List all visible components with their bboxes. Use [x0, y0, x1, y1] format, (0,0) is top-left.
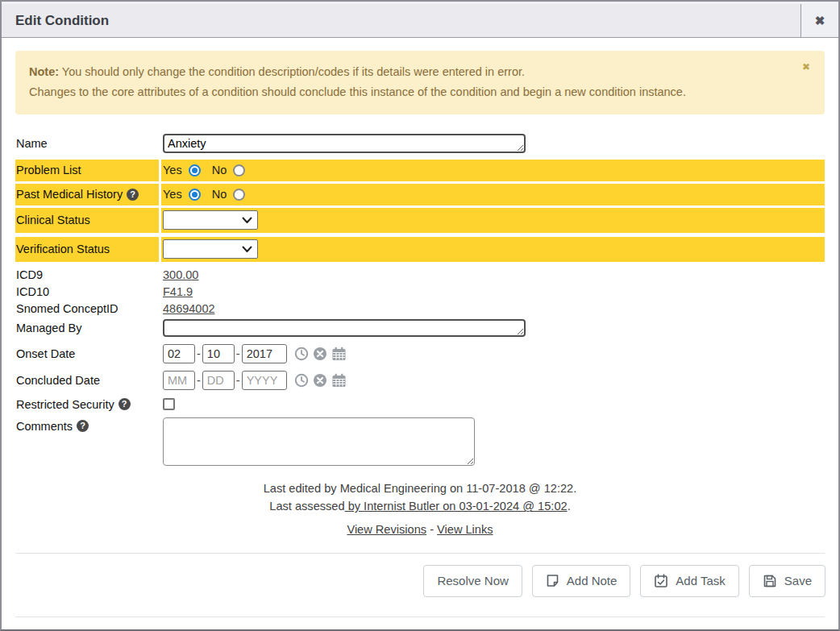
- help-icon[interactable]: ?: [77, 420, 89, 432]
- comments-textarea[interactable]: [163, 417, 475, 466]
- resolve-now-button[interactable]: Resolve Now: [423, 565, 522, 597]
- note-line-1: Note: You should only change the conditi…: [29, 62, 792, 82]
- verification-status-select[interactable]: [163, 239, 258, 259]
- calendar-icon[interactable]: [331, 373, 347, 388]
- managed-by-label: Managed By: [15, 320, 159, 336]
- past-medical-history-label: Past Medical History: [16, 188, 123, 201]
- managed-by-input[interactable]: [163, 319, 526, 337]
- task-calendar-icon: [654, 574, 668, 588]
- view-links-link[interactable]: View Links: [437, 523, 493, 536]
- clear-date-icon[interactable]: [313, 373, 327, 388]
- comments-label: Comments: [16, 420, 73, 433]
- concluded-month-input[interactable]: [163, 371, 195, 390]
- clock-icon[interactable]: [294, 373, 309, 388]
- icd10-label: ICD10: [15, 284, 159, 300]
- last-edited-text: Last edited by Medical Engineering on 11…: [15, 479, 825, 498]
- clear-date-icon[interactable]: [313, 347, 327, 361]
- save-button[interactable]: Save: [749, 565, 825, 597]
- dialog-close-button[interactable]: ✖: [800, 4, 838, 37]
- clinical-status-select[interactable]: [163, 210, 258, 230]
- verification-status-label: Verification Status: [15, 237, 159, 262]
- onset-month-input[interactable]: [163, 344, 195, 363]
- concluded-date-label: Concluded Date: [15, 372, 159, 388]
- problem-list-label: Problem List: [15, 160, 159, 181]
- restricted-security-label: Restricted Security: [16, 398, 114, 411]
- help-icon[interactable]: ?: [127, 189, 139, 201]
- add-note-button[interactable]: Add Note: [532, 565, 631, 597]
- view-revisions-link[interactable]: View Revisions: [347, 523, 426, 536]
- snomed-code-link[interactable]: 48694002: [163, 302, 215, 315]
- name-label: Name: [15, 135, 159, 152]
- problem-list-yes-label: Yes: [163, 164, 182, 176]
- last-assessed-text: Last assessed by Internist Butler on 03-…: [15, 497, 825, 516]
- onset-day-input[interactable]: [202, 344, 235, 363]
- footer-space: [2, 617, 838, 629]
- icd9-label: ICD9: [15, 267, 159, 283]
- note-icon: [546, 574, 559, 587]
- save-icon: [763, 574, 777, 588]
- note-prefix: Note:: [29, 65, 59, 78]
- dialog-header: Edit Condition ✖: [2, 2, 838, 38]
- problem-list-yes-radio[interactable]: [189, 164, 201, 176]
- audit-info: Last edited by Medical Engineering on 11…: [15, 479, 825, 539]
- note-close-icon[interactable]: ✖: [802, 62, 810, 72]
- action-bar: Resolve Now Add Note Add Task Save: [2, 554, 838, 616]
- warning-note-banner: ✖ Note: You should only change the condi…: [15, 51, 825, 114]
- icd9-code-link[interactable]: 300.00: [163, 268, 198, 281]
- dialog-body: ✖ Note: You should only change the condi…: [2, 38, 838, 539]
- dialog-title: Edit Condition: [2, 13, 800, 29]
- concluded-day-input[interactable]: [202, 371, 235, 390]
- pmh-no-label: No: [212, 188, 227, 201]
- chevron-down-icon: [242, 246, 252, 253]
- edit-condition-dialog: Edit Condition ✖ ✖ Note: You should only…: [0, 0, 840, 631]
- clock-icon[interactable]: [294, 347, 309, 361]
- pmh-yes-radio[interactable]: [189, 189, 201, 201]
- close-icon: ✖: [815, 14, 825, 28]
- calendar-icon[interactable]: [331, 347, 347, 361]
- onset-date-label: Onset Date: [15, 346, 159, 362]
- pmh-yes-label: Yes: [163, 188, 182, 201]
- problem-list-no-radio[interactable]: [233, 164, 245, 176]
- icd10-code-link[interactable]: F41.9: [163, 285, 193, 298]
- note-line-2: Changes to the core attributes of a cond…: [29, 82, 792, 102]
- clinical-status-label: Clinical Status: [15, 208, 159, 233]
- problem-list-no-label: No: [212, 164, 227, 176]
- name-input[interactable]: Anxiety: [163, 134, 526, 153]
- add-task-button[interactable]: Add Task: [640, 565, 738, 597]
- concluded-year-input[interactable]: [242, 371, 287, 390]
- onset-year-input[interactable]: [242, 344, 287, 363]
- pmh-no-radio[interactable]: [233, 189, 245, 201]
- chevron-down-icon: [242, 217, 252, 224]
- last-assessed-link[interactable]: by Internist Butler on 03-01-2024 @ 15:0…: [345, 500, 568, 513]
- condition-form: Name Anxiety Problem List Yes No Past Me…: [15, 132, 825, 467]
- restricted-security-checkbox[interactable]: [163, 398, 175, 410]
- snomed-conceptid-label: Snomed ConceptID: [15, 301, 159, 317]
- help-icon[interactable]: ?: [119, 398, 131, 410]
